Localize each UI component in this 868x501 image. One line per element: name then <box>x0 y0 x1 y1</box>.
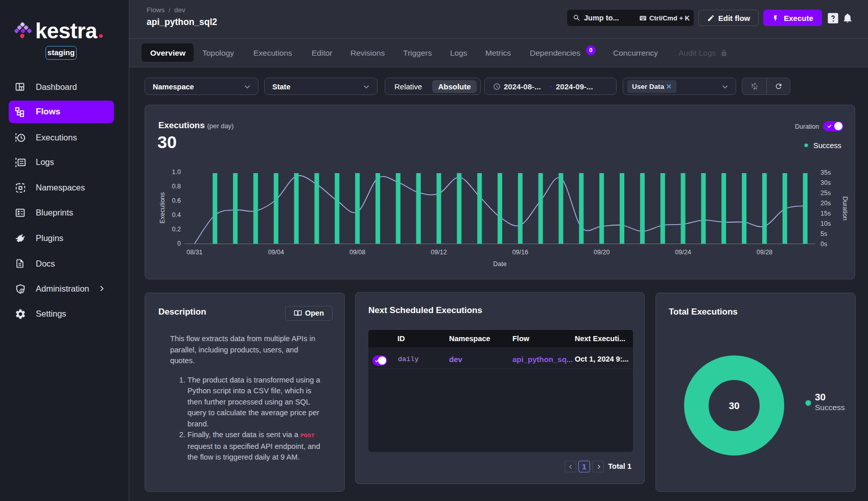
svg-text:09/24: 09/24 <box>675 249 691 256</box>
svg-text:0.2: 0.2 <box>172 226 181 233</box>
svg-text:0.8: 0.8 <box>172 183 181 190</box>
svg-text:09/04: 09/04 <box>268 249 284 256</box>
svg-text:1.0: 1.0 <box>172 169 181 176</box>
svg-text:30: 30 <box>729 400 739 411</box>
svg-text:0s: 0s <box>820 241 827 248</box>
svg-text:5s: 5s <box>820 230 827 237</box>
svg-text:09/12: 09/12 <box>431 249 447 256</box>
svg-text:30s: 30s <box>820 179 831 186</box>
svg-text:09/16: 09/16 <box>512 249 528 256</box>
svg-text:Success: Success <box>815 403 845 412</box>
svg-text:10s: 10s <box>820 220 831 227</box>
svg-text:09/08: 09/08 <box>349 249 365 256</box>
svg-text:30: 30 <box>815 392 826 402</box>
svg-text:35s: 35s <box>820 169 831 176</box>
svg-text:20s: 20s <box>820 200 831 207</box>
svg-text:0: 0 <box>177 240 181 247</box>
svg-text:0.6: 0.6 <box>172 197 181 204</box>
svg-text:kestra: kestra <box>35 21 98 41</box>
svg-text:Executions: Executions <box>159 192 166 223</box>
svg-text:09/20: 09/20 <box>594 249 609 256</box>
svg-text:25s: 25s <box>820 189 831 197</box>
svg-text:15s: 15s <box>820 210 831 217</box>
svg-text:09/28: 09/28 <box>757 249 772 256</box>
svg-text:Date: Date <box>493 260 506 268</box>
svg-text:Success: Success <box>813 141 841 150</box>
svg-text:0.4: 0.4 <box>172 211 181 219</box>
svg-text:08/31: 08/31 <box>186 249 202 256</box>
svg-text:Duration: Duration <box>841 196 849 220</box>
